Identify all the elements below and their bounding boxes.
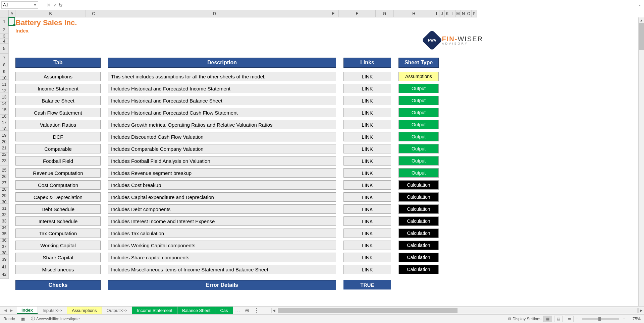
column-header-O[interactable]: O bbox=[466, 10, 472, 17]
row-header-21[interactable]: 21 bbox=[0, 143, 9, 153]
row-header-34[interactable]: 34 bbox=[0, 226, 9, 229]
row-header-28[interactable]: 28 bbox=[0, 188, 9, 191]
link-cell[interactable]: LINK bbox=[343, 216, 391, 226]
row-header-13[interactable]: 13 bbox=[0, 92, 9, 102]
row-header-33[interactable]: 33 bbox=[0, 216, 9, 226]
row-header-7[interactable]: 7 bbox=[0, 54, 9, 63]
column-header-F[interactable]: F bbox=[339, 10, 376, 17]
hscroll-thumb[interactable] bbox=[278, 308, 458, 313]
sheet-tab-cas[interactable]: Cas bbox=[215, 307, 233, 314]
name-box[interactable]: A1 ▼ bbox=[1, 1, 38, 9]
row-header-10[interactable]: 10 bbox=[0, 76, 9, 80]
column-header-N[interactable]: N bbox=[461, 10, 466, 17]
link-cell[interactable]: LINK bbox=[343, 144, 391, 153]
hscroll-right-icon[interactable]: ▶ bbox=[638, 308, 644, 313]
row-header-8[interactable]: 8 bbox=[0, 63, 9, 67]
row-header-25[interactable]: 25 bbox=[0, 166, 9, 175]
hscroll-left-icon[interactable]: ◀ bbox=[271, 308, 277, 313]
horizontal-scrollbar[interactable] bbox=[278, 308, 638, 313]
column-header-C[interactable]: C bbox=[86, 10, 101, 17]
sheet-tab-index[interactable]: Index bbox=[17, 307, 38, 314]
formula-input[interactable] bbox=[64, 1, 636, 9]
row-header-15[interactable]: 15 bbox=[0, 105, 9, 115]
row-header-11[interactable]: 11 bbox=[0, 80, 9, 89]
row-header-26[interactable]: 26 bbox=[0, 175, 9, 178]
fx-icon[interactable]: fx bbox=[59, 2, 62, 8]
row-header-17[interactable]: 17 bbox=[0, 118, 9, 127]
row-header-42[interactable]: 42 bbox=[0, 270, 9, 279]
view-normal-button[interactable]: ▦ bbox=[543, 316, 552, 322]
link-cell[interactable]: LINK bbox=[343, 265, 391, 274]
row-header-41[interactable]: 41 bbox=[0, 264, 9, 270]
row-header-4[interactable]: 4 bbox=[0, 39, 9, 44]
link-cell[interactable]: LINK bbox=[343, 204, 391, 214]
link-cell[interactable]: LINK bbox=[343, 156, 391, 166]
row-header-37[interactable]: 37 bbox=[0, 242, 9, 251]
link-cell[interactable]: LINK bbox=[343, 229, 391, 238]
link-cell[interactable]: LINK bbox=[343, 192, 391, 202]
row-header-36[interactable]: 36 bbox=[0, 239, 9, 242]
row-header-27[interactable]: 27 bbox=[0, 178, 9, 188]
column-header-K[interactable]: K bbox=[445, 10, 450, 17]
column-header-L[interactable]: L bbox=[450, 10, 455, 17]
sheet-tab-assumptions[interactable]: Assumptions bbox=[67, 307, 102, 314]
row-header-22[interactable]: 22 bbox=[0, 153, 9, 156]
link-cell[interactable]: LINK bbox=[343, 84, 391, 93]
link-cell[interactable]: LINK bbox=[343, 132, 391, 141]
column-header-H[interactable]: H bbox=[394, 10, 434, 17]
sheet-tab-income-statement[interactable]: Income Statement bbox=[132, 307, 177, 314]
row-header-38[interactable]: 38 bbox=[0, 251, 9, 255]
row-header-39[interactable]: 39 bbox=[0, 255, 9, 264]
select-all-corner[interactable] bbox=[0, 10, 9, 17]
row-header-35[interactable]: 35 bbox=[0, 229, 9, 239]
row-header-9[interactable]: 9 bbox=[0, 67, 9, 76]
view-page-break-button[interactable]: ▭ bbox=[565, 316, 574, 322]
link-cell[interactable]: LINK bbox=[343, 253, 391, 262]
sheet-prev-icon[interactable]: ◀ bbox=[4, 308, 7, 313]
row-header-16[interactable]: 16 bbox=[0, 115, 9, 118]
cells-area[interactable]: Battery Sales Inc. Index FWA FIN-WISER A… bbox=[9, 17, 644, 312]
zoom-slider[interactable] bbox=[582, 318, 619, 320]
column-header-D[interactable]: D bbox=[101, 10, 328, 17]
row-header-2[interactable]: 2 bbox=[0, 26, 9, 34]
sheet-tab-balance-sheet[interactable]: Balance Sheet bbox=[177, 307, 216, 314]
column-header-E[interactable]: E bbox=[328, 10, 339, 17]
display-settings-button[interactable]: 🖥 Display Settings bbox=[507, 317, 541, 321]
scroll-thumb[interactable] bbox=[639, 23, 644, 50]
link-cell[interactable]: LINK bbox=[343, 96, 391, 105]
column-header-G[interactable]: G bbox=[376, 10, 394, 17]
sheet-next-icon[interactable]: ▶ bbox=[10, 308, 13, 313]
row-header-29[interactable]: 29 bbox=[0, 191, 9, 200]
column-header-B[interactable]: B bbox=[15, 10, 86, 17]
row-header-23[interactable]: 23 bbox=[0, 156, 9, 166]
status-macro-icon[interactable]: ▦ bbox=[21, 317, 25, 321]
link-cell[interactable]: LINK bbox=[343, 108, 391, 117]
row-header-3[interactable]: 3 bbox=[0, 34, 9, 39]
row-header-30[interactable]: 30 bbox=[0, 200, 9, 204]
column-header-J[interactable]: J bbox=[439, 10, 445, 17]
row-header-14[interactable]: 14 bbox=[0, 102, 9, 105]
column-header-P[interactable]: P bbox=[472, 10, 477, 17]
sheet-tab-output-[interactable]: Output>>> bbox=[102, 307, 132, 314]
column-header-M[interactable]: M bbox=[455, 10, 461, 17]
row-header-20[interactable]: 20 bbox=[0, 140, 9, 143]
vertical-scrollbar[interactable]: ▲ ▼ bbox=[638, 17, 644, 312]
zoom-out-button[interactable]: − bbox=[576, 317, 578, 321]
view-page-layout-button[interactable]: ▤ bbox=[554, 316, 563, 322]
accessibility-status[interactable]: ⓘ Accessibility: Investigate bbox=[31, 316, 80, 322]
name-box-dropdown-icon[interactable]: ▼ bbox=[34, 3, 37, 7]
link-cell[interactable]: LINK bbox=[343, 72, 391, 81]
formula-expand-icon[interactable]: ⌄ bbox=[636, 1, 643, 9]
sheet-tab-inputs-[interactable]: Inputs>>> bbox=[38, 307, 67, 314]
add-sheet-button[interactable]: ⊕ bbox=[243, 307, 252, 314]
column-header-A[interactable]: A bbox=[9, 10, 15, 17]
row-header-31[interactable]: 31 bbox=[0, 204, 9, 213]
sheet-more-icon[interactable]: … bbox=[233, 307, 243, 314]
row-header-19[interactable]: 19 bbox=[0, 131, 9, 140]
row-header-1[interactable]: 1 bbox=[0, 17, 9, 26]
link-cell[interactable]: LINK bbox=[343, 168, 391, 178]
row-header-18[interactable]: 18 bbox=[0, 127, 9, 131]
row-header-5[interactable]: 5 bbox=[0, 44, 9, 54]
row-header-12[interactable]: 12 bbox=[0, 89, 9, 92]
zoom-knob[interactable] bbox=[598, 317, 601, 321]
